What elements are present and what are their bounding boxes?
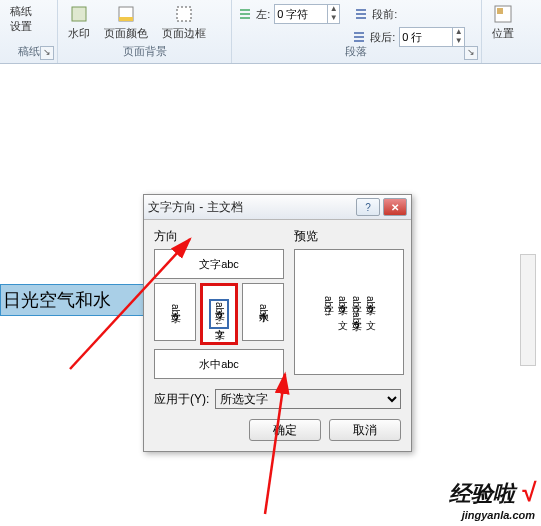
close-button[interactable]: ✕: [383, 198, 407, 216]
space-before-icon: [354, 7, 368, 21]
orient-option-vertical-2[interactable]: 水中abc: [242, 283, 284, 341]
watermark-logo: 经验啦 √ jingyanla.com: [449, 477, 535, 521]
ribbon: 稿纸 设置 稿纸 ↘ 水印 页面颜色 页面边框 页面背景: [0, 0, 541, 64]
ribbon-group-paper: 稿纸 设置 稿纸 ↘: [0, 0, 58, 63]
label: 段后:: [370, 30, 395, 45]
apply-to-label: 应用于(Y):: [154, 391, 209, 408]
preview-box: 字abc↓ 文字abc文 字abc文字abc 文字abc文: [294, 249, 404, 375]
orientation-label: 方向: [154, 228, 284, 245]
page-color-button[interactable]: 页面颜色: [100, 2, 152, 43]
document-area: 日光空气和水 文字方向 - 主文档 ? ✕ 方向 文字abc 文字abc: [0, 64, 541, 526]
text-direction-dialog: 文字方向 - 主文档 ? ✕ 方向 文字abc 文字abc 文字abc: [143, 194, 412, 452]
indent-left-stepper[interactable]: ▲▼: [274, 4, 340, 24]
position-button[interactable]: 位置: [488, 2, 518, 43]
label: 文字abc: [214, 302, 225, 318]
orient-option-bottom[interactable]: 水中abc: [154, 349, 284, 379]
ok-button[interactable]: 确定: [249, 419, 321, 441]
space-after-icon: [352, 30, 366, 44]
label: 水印: [68, 26, 90, 41]
label: 左:: [256, 7, 270, 22]
label: 文字↓: [214, 321, 225, 326]
group-label: 段落: [238, 44, 474, 61]
launcher-icon[interactable]: ↘: [464, 46, 478, 60]
preview-line: 字abc↓: [321, 296, 335, 328]
svg-rect-5: [497, 8, 503, 14]
group-label: 页面背景: [64, 44, 225, 61]
watermark-text: 经验啦: [449, 481, 515, 506]
preview-line: 文字abc文: [363, 296, 377, 328]
preview-line: 文字abc文: [335, 296, 349, 328]
label: 页面颜色: [104, 26, 148, 41]
apply-to-select[interactable]: 所选文字: [215, 389, 401, 409]
indent-left-input[interactable]: [275, 8, 327, 20]
space-after-input[interactable]: [400, 31, 452, 43]
svg-rect-0: [72, 7, 86, 21]
selected-text[interactable]: 日光空气和水: [0, 284, 152, 316]
ribbon-group-paragraph: 左: ▲▼ 段前: 段后: ▲▼ 段落 ↘: [232, 0, 481, 63]
orient-option-vertical-1[interactable]: 文字abc: [154, 283, 196, 341]
watermark-button[interactable]: 水印: [64, 2, 94, 43]
svg-rect-2: [119, 17, 133, 21]
cancel-button[interactable]: 取消: [329, 419, 401, 441]
page-border-button[interactable]: 页面边框: [158, 2, 210, 43]
indent-left-icon: [238, 7, 252, 21]
preview-label: 预览: [294, 228, 404, 245]
vertical-ruler: [520, 254, 536, 366]
help-button[interactable]: ?: [356, 198, 380, 216]
dialog-title: 文字方向 - 主文档: [148, 199, 353, 216]
position-icon: [493, 4, 513, 24]
orient-option-horizontal[interactable]: 文字abc: [154, 249, 284, 279]
page-border-icon: [174, 4, 194, 24]
page-color-icon: [116, 4, 136, 24]
label: 稿纸: [10, 4, 32, 19]
ribbon-group-background: 水印 页面颜色 页面边框 页面背景: [58, 0, 232, 63]
watermark-url: jingyanla.com: [449, 509, 535, 521]
label: 设置: [10, 19, 32, 34]
dialog-titlebar[interactable]: 文字方向 - 主文档 ? ✕: [144, 195, 411, 220]
label: 位置: [492, 26, 514, 41]
paper-settings-button[interactable]: 稿纸 设置: [6, 2, 36, 36]
label: 页面边框: [162, 26, 206, 41]
watermark-icon: [69, 4, 89, 24]
svg-rect-3: [177, 7, 191, 21]
ribbon-group-position: 位置: [482, 0, 541, 63]
label: 段前:: [372, 7, 397, 22]
orient-option-selected[interactable]: 文字abc 文字↓: [200, 283, 238, 345]
check-icon: √: [521, 477, 535, 507]
launcher-icon[interactable]: ↘: [40, 46, 54, 60]
preview-line: 字abc文字abc: [349, 296, 363, 328]
